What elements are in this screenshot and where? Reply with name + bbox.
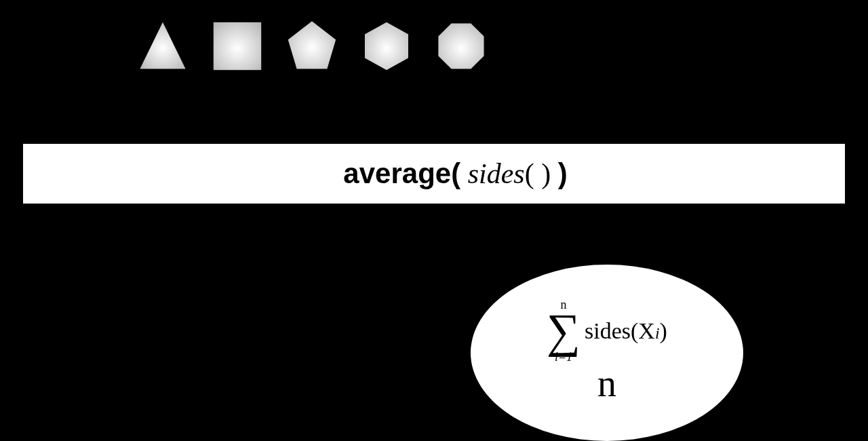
sigma-block: n ∑ i=1 — [547, 299, 580, 363]
pentagon-icon — [285, 19, 339, 73]
expression-text: average( sides( ) ) — [300, 131, 567, 216]
avg-close: ) — [558, 157, 568, 189]
shapes-row — [136, 12, 488, 80]
sides-term: sides(Xi) — [585, 318, 667, 344]
formula: n ∑ i=1 sides(Xi) n — [542, 299, 671, 402]
square-icon — [210, 19, 264, 73]
svg-rect-1 — [214, 22, 261, 70]
svg-marker-0 — [140, 22, 185, 69]
sides-fn: sides — [460, 158, 525, 189]
diagram-canvas: average( sides( ) ) n ∑ i=1 sides(Xi) n — [0, 0, 868, 441]
sigma-icon: ∑ — [547, 309, 580, 352]
avg-open: average( — [343, 157, 460, 189]
octagon-icon — [434, 19, 488, 73]
expression-banner: average( sides( ) ) — [23, 144, 845, 204]
hexagon-icon — [359, 19, 414, 73]
fraction-numerator: n ∑ i=1 sides(Xi) — [542, 299, 671, 364]
formula-ellipse: n ∑ i=1 sides(Xi) n — [471, 265, 743, 441]
x-symbol: X — [638, 318, 655, 343]
triangle-icon — [136, 19, 190, 73]
sides-word: sides — [585, 318, 631, 343]
svg-marker-2 — [288, 21, 336, 69]
sum-lower: i=1 — [555, 351, 572, 363]
fraction-denominator: n — [597, 362, 616, 404]
i-symbol: i — [655, 324, 660, 342]
svg-marker-3 — [365, 22, 408, 70]
svg-marker-4 — [438, 23, 484, 69]
sides-paren: ( ) — [525, 158, 558, 189]
fraction: n ∑ i=1 sides(Xi) n — [542, 299, 671, 402]
